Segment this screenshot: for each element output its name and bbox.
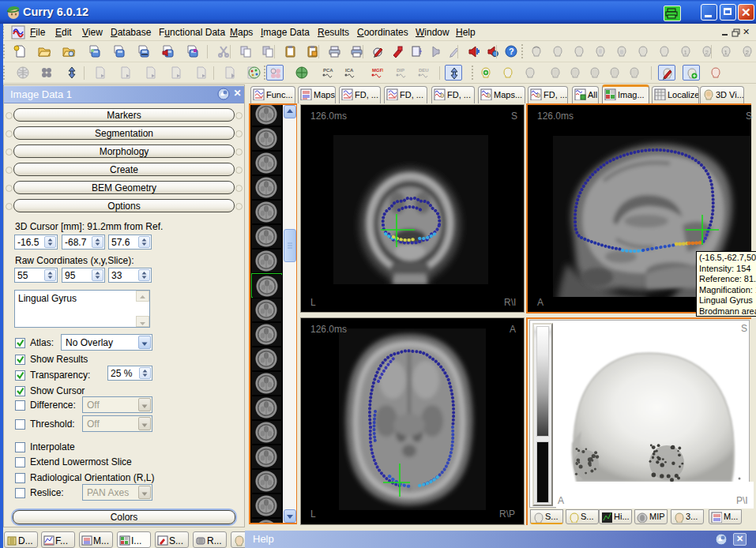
svg-text:PCA: PCA [323, 68, 333, 73]
svg-text:2: 2 [705, 49, 709, 56]
svg-text:DIP: DIP [397, 68, 404, 73]
svg-text:?: ? [509, 47, 514, 56]
svg-text:DEU: DEU [419, 68, 429, 73]
svg-text:2: 2 [746, 49, 750, 56]
svg-text:S: S [746, 111, 752, 122]
svg-text:1: 1 [684, 49, 688, 56]
svg-text:126.0ms: 126.0ms [537, 111, 574, 122]
svg-text:ICA: ICA [345, 68, 354, 73]
svg-text:S: S [511, 111, 517, 122]
svg-text:P\I: P\I [736, 495, 748, 506]
svg-text:R\P: R\P [499, 509, 515, 520]
svg-text:MGFP: MGFP [372, 68, 383, 73]
svg-text:A: A [510, 324, 516, 335]
svg-text:126.0ms: 126.0ms [310, 324, 347, 335]
svg-text:L: L [310, 297, 316, 308]
svg-text:A: A [558, 495, 564, 506]
svg-text:126.0ms: 126.0ms [310, 111, 347, 122]
svg-text:A: A [537, 297, 543, 308]
svg-text:1: 1 [724, 49, 728, 56]
svg-text:L: L [310, 509, 316, 520]
svg-text:S: S [741, 323, 747, 334]
svg-text:R\I: R\I [504, 297, 516, 308]
